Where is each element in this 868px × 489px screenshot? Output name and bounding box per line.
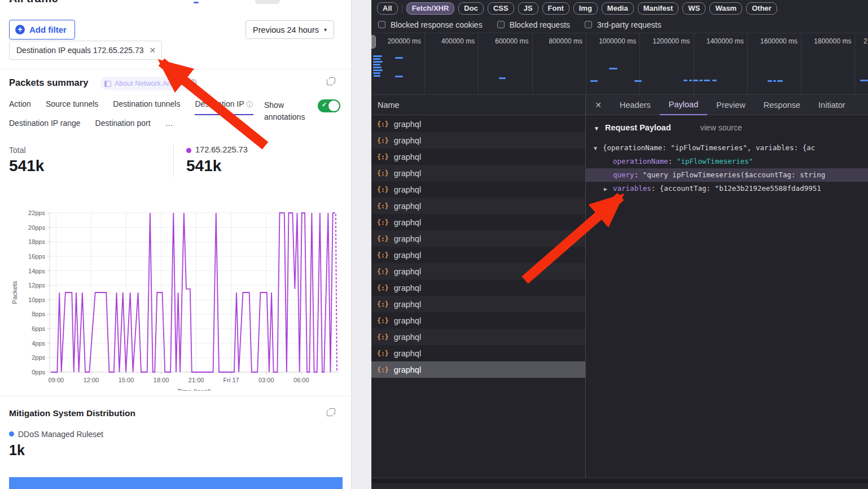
filter-pill-wasm[interactable]: Wasm (709, 2, 742, 15)
name-column-header[interactable]: Name (371, 95, 585, 115)
svg-text:21:00: 21:00 (188, 377, 204, 383)
toggle-knob (328, 101, 339, 111)
expanded-caret-icon[interactable]: ▼ (594, 142, 603, 155)
filter-pill-fetchxhr[interactable]: Fetch/XHR (406, 2, 455, 15)
table-row-request[interactable]: {:}graphql (371, 230, 585, 247)
tab-initiator[interactable]: Initiator (809, 95, 854, 115)
tab-headers[interactable]: Headers (611, 95, 660, 115)
table-row-request[interactable]: {:}graphql (371, 312, 585, 329)
tabs-overflow-button[interactable]: … (165, 119, 173, 132)
tab-destination-port[interactable]: Destination port (95, 119, 151, 132)
tab-response[interactable]: Response (755, 95, 809, 115)
checkbox-label: 3rd-party requests (597, 20, 661, 29)
filter-pill-other[interactable]: Other (746, 2, 777, 15)
table-row-request[interactable]: {:}graphql (371, 165, 585, 181)
network-timeline-overview[interactable]: 200000 ms400000 ms600000 ms800000 ms1000… (371, 33, 868, 95)
show-annotations-label: Show annotations (264, 99, 313, 123)
checkbox-box[interactable] (497, 21, 505, 28)
json-braces-icon: {:} (377, 366, 389, 374)
payload-line-0[interactable]: ▼{operationName: "ipFlowTimeseries", var… (586, 141, 868, 155)
request-payload-header[interactable]: ▼ Request Payload view source (594, 123, 742, 132)
request-name-label: graphql (394, 349, 421, 358)
checkbox-box[interactable] (585, 21, 592, 28)
close-icon[interactable]: ✕ (149, 46, 156, 55)
checkbox-blocked-response-cookies[interactable]: Blocked response cookies (378, 20, 483, 29)
filter-pill-doc[interactable]: Doc (458, 2, 484, 15)
table-row-request[interactable]: {:}graphql (371, 296, 585, 312)
filter-pill-manifest[interactable]: Manifest (638, 2, 679, 15)
filter-pill-ws[interactable]: WS (682, 2, 705, 15)
request-name-label: graphql (394, 202, 421, 211)
json-braces-icon: {:} (377, 350, 389, 357)
packets-timeseries-chart[interactable]: 0pps2pps4pps6pps8pps10pps12pps14pps16pps… (0, 204, 350, 391)
table-row-request[interactable]: {:}graphql (371, 149, 585, 165)
request-timing-bar (373, 67, 382, 68)
svg-text:2pps: 2pps (32, 354, 45, 361)
request-detail-panel: ✕ HeadersPayloadPreviewResponseInitiator… (586, 95, 868, 483)
svg-text:Packets: Packets (11, 281, 18, 304)
request-timing-bar (395, 76, 403, 77)
filter-pill-css[interactable]: CSS (488, 2, 514, 15)
tab-payload[interactable]: Payload (660, 95, 707, 115)
table-row-request[interactable]: {:}graphql (371, 132, 585, 149)
table-row-request[interactable]: {:}graphql (371, 345, 585, 361)
table-row-request[interactable]: {:}graphql (371, 214, 585, 230)
timeline-gridline (639, 33, 640, 95)
expand-panel-icon[interactable] (329, 408, 335, 414)
json-braces-icon: {:} (377, 317, 389, 325)
payload-line-1[interactable]: operationName: "ipFlowTimeseries" (586, 155, 868, 168)
table-row-request[interactable]: {:}graphql (371, 263, 585, 280)
filter-pill-all[interactable]: All (377, 2, 398, 15)
check-icon: ✓ (322, 101, 327, 108)
timeline-gridline (586, 33, 586, 95)
tab-destination-tunnels[interactable]: Destination tunnels (113, 99, 180, 115)
table-row-request[interactable]: {:}graphql (371, 181, 585, 198)
table-row-request[interactable]: {:}graphql (371, 329, 585, 345)
table-row-request[interactable]: {:}graphql (371, 198, 585, 214)
table-row-request[interactable]: {:}graphql (371, 247, 585, 263)
show-annotations-toggle[interactable]: ✓ (318, 99, 340, 112)
tab-preview[interactable]: Preview (707, 95, 755, 115)
table-row-request[interactable]: {:}graphql (371, 116, 585, 132)
view-source-link[interactable]: view source (700, 123, 742, 132)
filter-pill-font[interactable]: Font (542, 2, 569, 15)
add-filter-button[interactable]: + Add filter (9, 20, 75, 40)
request-timing-bar (609, 68, 617, 69)
tab-destination-ip[interactable]: Destination IPⓘ (195, 99, 253, 115)
payload-line-3[interactable]: ▶variables: {accountTag: "b12e3b2192ee55… (586, 182, 868, 195)
table-row-request[interactable]: {:}graphql (371, 361, 585, 378)
tab-destination-ip-range[interactable]: Destination IP range (9, 119, 81, 132)
checkbox-box[interactable] (378, 21, 385, 28)
collapse-caret-icon: ▼ (594, 125, 599, 132)
expand-panel-icon[interactable] (329, 77, 335, 84)
total-value: 541k (9, 157, 44, 175)
svg-text:20pps: 20pps (28, 224, 45, 231)
section-divider (0, 396, 352, 396)
time-range-dropdown[interactable]: Previous 24 hours ▾ (246, 20, 334, 39)
filter-chip[interactable]: Destination IP equals 172.65.225.73 ✕ (9, 41, 162, 60)
payload-line-2[interactable]: query: "query ipFlowTimeseries($accountT… (586, 168, 868, 182)
request-timing-bar (373, 58, 380, 60)
add-filter-label: Add filter (29, 25, 67, 34)
tab-action[interactable]: Action (9, 99, 31, 115)
timeline-resizer-handle[interactable] (371, 35, 376, 49)
table-row-request[interactable]: {:}graphql (371, 280, 585, 296)
collapsed-caret-icon[interactable]: ▶ (604, 182, 613, 195)
timeline-tick-label: 1200000 ms (647, 37, 690, 45)
checkbox-blocked-requests[interactable]: Blocked requests (497, 20, 570, 29)
tab-source-tunnels[interactable]: Source tunnels (46, 99, 98, 115)
about-network-analytics-badge[interactable]: About Network Analytics (100, 77, 196, 90)
checkbox-3rd-party-requests[interactable]: 3rd-party requests (585, 20, 661, 29)
close-detail-icon[interactable]: ✕ (586, 101, 611, 110)
filter-pill-img[interactable]: Img (573, 2, 598, 15)
timeline-gridline (532, 33, 533, 95)
plus-icon: + (15, 25, 25, 34)
filter-pill-media[interactable]: Media (602, 2, 634, 15)
filter-pill-js[interactable]: JS (518, 2, 538, 15)
stat-divider (173, 144, 174, 177)
top-edge-artifact (194, 2, 199, 3)
mitigation-legend-dot (9, 431, 14, 436)
clock-icon[interactable]: ◷ (190, 77, 197, 87)
mitigation-bar (9, 477, 343, 489)
request-timing-bar (373, 69, 383, 71)
